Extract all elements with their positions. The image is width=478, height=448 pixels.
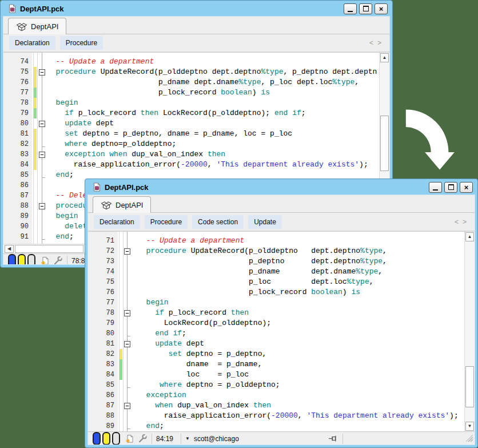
code-line-76[interactable]: 76 p_lock_record boolean) is (88, 287, 465, 298)
scrollbar-thumb[interactable] (15, 245, 83, 253)
change-marker (34, 149, 37, 160)
code-line-80[interactable]: 80 end if; (88, 328, 465, 339)
fold-toggle-icon[interactable] (124, 403, 130, 409)
status-separator (181, 434, 181, 444)
fold-end-tick (42, 177, 45, 178)
front-vertical-scrollbar[interactable]: ▲ ▼ (464, 232, 475, 431)
fold-toggle-icon[interactable] (124, 248, 130, 255)
code-line-84[interactable]: 84 loc = p_loc (88, 370, 465, 380)
line-number: 88 (88, 411, 114, 421)
code-line-75[interactable]: 75 p_loc dept.loc%type, (88, 277, 465, 287)
code-line-79[interactable]: 79 LockRecord(p_olddeptno); (88, 318, 465, 328)
crumb-procedure[interactable]: Procedure (145, 215, 188, 229)
pin-icon[interactable] (328, 434, 338, 443)
code-text: procedure UpdateRecord(p_olddeptno dept.… (137, 246, 463, 256)
crumb-declaration[interactable]: Declaration (9, 36, 55, 50)
fold-toggle-icon[interactable] (39, 121, 45, 127)
line-number: 75 (88, 277, 114, 287)
code-line-74[interactable]: 74 p_dname dept.dname%type, (88, 267, 465, 277)
resize-grip[interactable] (466, 435, 473, 444)
close-button[interactable]: × (460, 182, 473, 193)
fold-end-tick (127, 429, 130, 429)
maximize-button[interactable] (359, 3, 372, 14)
code-text: end; (137, 421, 463, 431)
code-line-77[interactable]: 77 begin (88, 298, 465, 308)
code-line-86[interactable]: 86 exception (88, 390, 465, 401)
minimize-button[interactable] (429, 182, 442, 193)
fold-toggle-icon[interactable] (124, 341, 130, 347)
code-text: -- Update a department (47, 57, 377, 67)
crumb-procedure[interactable]: Procedure (60, 36, 103, 50)
change-marker (34, 77, 37, 88)
front-editor[interactable]: 71 -- Update a department72 procedure Up… (88, 231, 475, 431)
minimize-icon (433, 189, 438, 191)
line-number: 78 (88, 308, 114, 318)
code-line-74[interactable]: 74 -- Update a department (3, 57, 380, 67)
code-line-88[interactable]: 88 raise_application_error(-20000, 'This… (88, 411, 465, 421)
maximize-icon (363, 6, 369, 11)
code-line-78[interactable]: 78 begin (3, 98, 380, 108)
back-titlebar[interactable]: DeptAPI.pck × (1, 1, 392, 16)
nav-next-icon[interactable]: > (377, 39, 381, 47)
tab-deptapi[interactable]: DeptAPI (93, 196, 151, 213)
code-text: p_dname dept.dname%type, p_loc dept.loc%… (47, 77, 377, 88)
tab-deptapi[interactable]: DeptAPI (8, 18, 66, 34)
front-titlebar[interactable]: DeptAPI.pck × (85, 179, 477, 195)
fold-toggle-icon[interactable] (39, 203, 45, 209)
code-text: set deptno = p_deptno, (137, 349, 463, 359)
scroll-up-button[interactable]: ▲ (380, 53, 389, 62)
code-line-76[interactable]: 76 p_dname dept.dname%type, p_loc dept.l… (3, 77, 380, 88)
scroll-up-button[interactable]: ▲ (465, 232, 474, 241)
close-button[interactable]: × (375, 3, 388, 14)
line-number: 81 (3, 129, 29, 139)
scrollbar-thumb[interactable] (465, 366, 474, 407)
code-line-73[interactable]: 73 p_deptno dept.deptno%type, (88, 256, 465, 267)
line-number: 88 (3, 201, 29, 211)
fold-toggle-icon[interactable] (39, 152, 45, 158)
code-line-83[interactable]: 83 exception when dup_val_on_index then (3, 149, 380, 160)
fold-toggle-icon[interactable] (39, 69, 45, 76)
connection-name[interactable]: scott@chicago (194, 435, 239, 443)
nav-prev-icon[interactable]: < (455, 218, 459, 226)
scroll-left-button[interactable]: ◀ (5, 245, 14, 253)
nav-prev-icon[interactable]: < (369, 39, 373, 47)
code-line-83[interactable]: 83 dname = p_dname, (88, 359, 465, 370)
package-document-icon (8, 4, 17, 13)
code-line-85[interactable]: 85 where deptno = p_olddeptno; (88, 380, 465, 390)
line-number: 76 (3, 77, 29, 88)
code-line-79[interactable]: 79 if p_lock_record then LockRecord(p_ol… (3, 108, 380, 118)
connection-dropdown-icon[interactable]: ▼ (185, 436, 190, 441)
window-title: DeptAPI.pck (105, 183, 149, 192)
fold-toggle-icon[interactable] (124, 310, 130, 316)
front-client-area: DeptAPI Declaration Procedure Code secti… (87, 195, 475, 445)
nav-next-icon[interactable]: > (463, 218, 467, 226)
code-line-82[interactable]: 82 set deptno = p_deptno, (88, 349, 465, 359)
line-number: 75 (3, 67, 29, 77)
tab-label: DeptAPI (115, 201, 143, 209)
code-line-84[interactable]: 84 raise_application_error(-20000, 'This… (3, 160, 380, 170)
scroll-down-button[interactable]: ▼ (465, 422, 474, 431)
code-line-81[interactable]: 81 set deptno = p_deptno, dname = p_dnam… (3, 129, 380, 139)
maximize-button[interactable] (444, 182, 457, 193)
line-number: 86 (3, 180, 29, 191)
code-line-89[interactable]: 89 end; (88, 421, 465, 431)
crumb-update[interactable]: Update (248, 215, 282, 229)
code-text: where deptno = p_olddeptno; (137, 380, 463, 390)
code-line-75[interactable]: 75 procedure UpdateRecord(p_olddeptno de… (3, 67, 380, 77)
code-line-87[interactable]: 87 when dup_val_on_index then (88, 401, 465, 411)
scrollbar-thumb[interactable] (380, 116, 389, 171)
minimize-button[interactable] (344, 3, 357, 14)
line-number: 86 (88, 390, 114, 401)
code-text: exception (137, 390, 463, 401)
code-line-78[interactable]: 78 if p_lock_record then (88, 308, 465, 318)
code-line-81[interactable]: 81 update dept (88, 339, 465, 349)
crumb-declaration[interactable]: Declaration (94, 215, 140, 229)
code-line-72[interactable]: 72 procedure UpdateRecord(p_olddeptno de… (88, 246, 465, 256)
code-line-82[interactable]: 82 where deptno=p_olddeptno; (3, 139, 380, 149)
code-line-80[interactable]: 80 update dept (3, 118, 380, 129)
code-line-71[interactable]: 71 -- Update a department (88, 236, 465, 246)
minimize-icon (348, 11, 353, 12)
code-line-77[interactable]: 77 p_lock_record boolean) is (3, 88, 380, 98)
line-number: 74 (3, 57, 29, 67)
crumb-code-section[interactable]: Code section (192, 215, 244, 229)
